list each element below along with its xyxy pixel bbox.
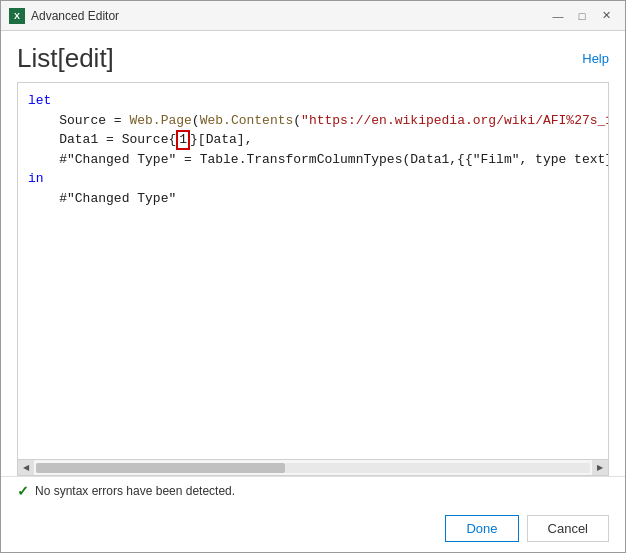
close-button[interactable]: ✕ [595,7,617,25]
window-controls: — □ ✕ [547,7,617,25]
excel-logo: X [9,8,25,24]
code-url-string: "https://en.wikipedia.org/wiki/AFI%27s_1… [301,113,608,128]
page-title: List[edit] [17,43,114,74]
cancel-button[interactable]: Cancel [527,515,609,542]
code-return-line: #"Changed Type" [59,191,176,206]
status-message: No syntax errors have been detected. [35,484,235,498]
help-link[interactable]: Help [582,51,609,66]
header-area: List[edit] Help [1,31,625,82]
code-changed-type-line: #"Changed Type" = Table.TransformColumnT… [59,152,608,167]
code-editor[interactable]: let Source = Web.Page(Web.Contents("http… [18,83,608,459]
scroll-left-button[interactable]: ◀ [18,460,34,476]
title-bar: X Advanced Editor — □ ✕ [1,1,625,31]
code-data1-line: Data1 = Source{1}[Data], [59,132,252,147]
window-content: List[edit] Help let Source = Web.Page(We… [1,31,625,552]
scroll-right-button[interactable]: ▶ [592,460,608,476]
check-icon: ✓ [17,483,29,499]
horizontal-scrollbar: ◀ ▶ [18,459,608,475]
window-title: Advanced Editor [31,9,547,23]
code-fn-webpage: Web.Page [129,113,191,128]
code-source-line: Source = Web.Page(Web.Contents("https://… [59,113,608,128]
code-in-keyword: in [28,171,44,186]
scroll-track[interactable] [36,463,590,473]
app-icon: X [9,8,25,24]
done-button[interactable]: Done [445,515,518,542]
maximize-button[interactable]: □ [571,7,593,25]
status-bar: ✓ No syntax errors have been detected. [1,476,625,505]
code-fn-webcontents: Web.Contents [200,113,294,128]
scroll-thumb [36,463,285,473]
keyword-let: let [28,93,51,108]
footer-buttons: Done Cancel [1,505,625,552]
editor-container: let Source = Web.Page(Web.Contents("http… [17,82,609,476]
minimize-button[interactable]: — [547,7,569,25]
keyword-in: in [28,171,44,186]
advanced-editor-window: X Advanced Editor — □ ✕ List[edit] Help … [0,0,626,553]
code-highlighted-index: 1 [176,130,190,150]
